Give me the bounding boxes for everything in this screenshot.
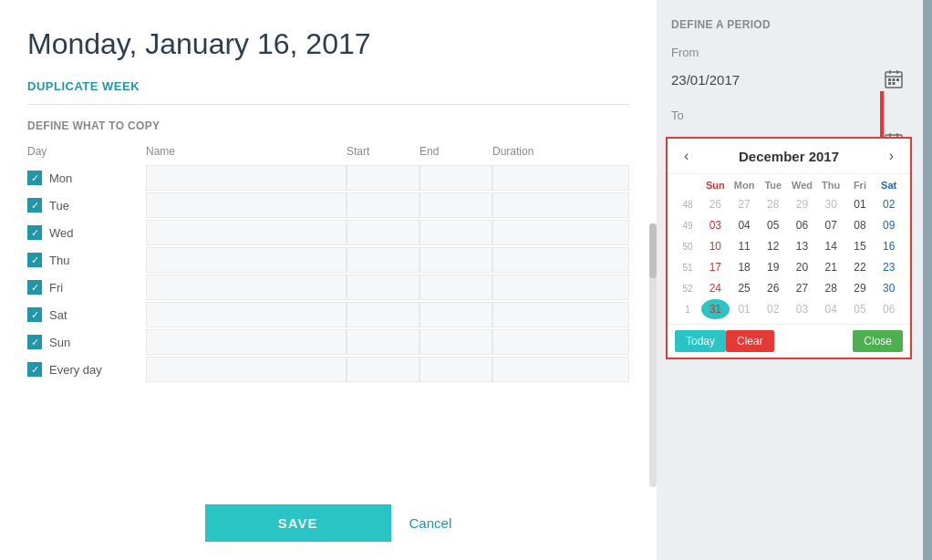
cal-day-w0d6[interactable]: 02 xyxy=(875,194,903,214)
checkbox-wed[interactable] xyxy=(27,225,42,240)
cal-day-w3d2[interactable]: 19 xyxy=(759,257,787,277)
cal-day-w2d6[interactable]: 16 xyxy=(875,236,903,256)
duration-input-fri[interactable] xyxy=(492,275,629,300)
end-input-mon[interactable] xyxy=(419,165,492,191)
cal-day-w2d2[interactable]: 12 xyxy=(759,236,787,256)
checkbox-everyday[interactable] xyxy=(27,362,42,377)
cal-day-w2d0[interactable]: 10 xyxy=(701,236,730,256)
svg-rect-6 xyxy=(888,78,891,81)
cal-day-w1d4[interactable]: 07 xyxy=(817,215,845,235)
end-input-everyday[interactable] xyxy=(419,357,492,382)
cal-day-w4d1[interactable]: 25 xyxy=(730,278,759,298)
cal-day-w2d5[interactable]: 15 xyxy=(846,236,875,256)
end-input-wed[interactable] xyxy=(419,220,492,245)
name-input-thu[interactable] xyxy=(146,247,347,273)
scroll-thumb[interactable] xyxy=(649,223,657,278)
cal-day-w5d6[interactable]: 06 xyxy=(875,299,903,319)
checkbox-thu[interactable] xyxy=(27,253,42,267)
cal-day-w4d6[interactable]: 30 xyxy=(875,278,903,298)
cal-day-w0d2[interactable]: 28 xyxy=(759,194,787,214)
name-input-sat[interactable] xyxy=(146,302,347,327)
cal-day-w0d1[interactable]: 27 xyxy=(730,194,759,214)
end-input-sat[interactable] xyxy=(419,302,492,327)
cal-day-w1d2[interactable]: 05 xyxy=(759,215,787,235)
cal-day-w4d3[interactable]: 27 xyxy=(788,278,816,298)
week-num-0: 48 xyxy=(675,194,700,214)
cal-day-w4d0[interactable]: 24 xyxy=(701,278,730,298)
cal-day-w1d1[interactable]: 04 xyxy=(730,215,759,235)
cal-day-w2d3[interactable]: 13 xyxy=(788,236,816,256)
cal-day-w0d3[interactable]: 29 xyxy=(788,194,816,214)
duration-input-thu[interactable] xyxy=(492,247,629,273)
duration-input-sat[interactable] xyxy=(492,302,629,327)
cal-day-w5d3[interactable]: 03 xyxy=(788,299,816,319)
from-calendar-icon[interactable] xyxy=(879,65,908,94)
duration-input-tue[interactable] xyxy=(492,192,629,218)
save-button[interactable]: SAVE xyxy=(205,504,391,542)
start-input-everyday[interactable] xyxy=(347,357,419,382)
cal-day-w3d6[interactable]: 23 xyxy=(875,257,903,277)
calendar-close-button[interactable]: Close xyxy=(853,330,903,352)
duration-input-sun[interactable] xyxy=(492,329,629,355)
name-input-everyday[interactable] xyxy=(146,357,347,382)
checkbox-sat[interactable] xyxy=(27,307,42,322)
cal-day-w5d2[interactable]: 02 xyxy=(759,299,787,319)
cal-day-w5d0[interactable]: 31 xyxy=(701,299,730,319)
checkbox-tue[interactable] xyxy=(27,198,42,213)
checkbox-mon[interactable] xyxy=(27,171,42,185)
cal-day-w5d1[interactable]: 01 xyxy=(730,299,759,319)
name-input-fri[interactable] xyxy=(146,275,347,300)
svg-rect-9 xyxy=(888,82,891,85)
start-input-fri[interactable] xyxy=(347,275,419,300)
end-input-fri[interactable] xyxy=(419,275,492,300)
cal-day-w2d4[interactable]: 14 xyxy=(817,236,845,256)
cal-day-w4d5[interactable]: 29 xyxy=(846,278,875,298)
cal-day-w4d4[interactable]: 28 xyxy=(817,278,845,298)
cal-day-w1d0[interactable]: 03 xyxy=(701,215,730,235)
name-input-sun[interactable] xyxy=(146,329,347,355)
duration-input-wed[interactable] xyxy=(492,220,629,245)
duration-input-mon[interactable] xyxy=(492,165,629,191)
right-panel: DEFINE A PERIOD From 23/01/2017 To xyxy=(657,0,923,560)
duration-input-everyday[interactable] xyxy=(492,357,629,382)
cal-day-w2d1[interactable]: 11 xyxy=(730,236,759,256)
day-row-tue: Tue xyxy=(27,192,629,218)
name-input-mon[interactable] xyxy=(146,165,347,191)
start-input-sun[interactable] xyxy=(347,329,419,355)
start-input-thu[interactable] xyxy=(347,247,419,273)
name-input-tue[interactable] xyxy=(146,192,347,218)
start-input-wed[interactable] xyxy=(347,220,419,245)
calendar-clear-button[interactable]: Clear xyxy=(726,330,774,352)
end-input-thu[interactable] xyxy=(419,247,492,273)
cal-day-w3d5[interactable]: 22 xyxy=(846,257,875,277)
start-input-tue[interactable] xyxy=(347,192,419,218)
cal-day-w1d5[interactable]: 08 xyxy=(846,215,875,235)
start-input-mon[interactable] xyxy=(347,165,419,191)
cal-day-w5d5[interactable]: 05 xyxy=(846,299,875,319)
checkbox-fri[interactable] xyxy=(27,280,42,295)
cal-day-w3d4[interactable]: 21 xyxy=(817,257,845,277)
start-input-sat[interactable] xyxy=(347,302,419,327)
cal-day-w3d3[interactable]: 20 xyxy=(788,257,816,277)
cal-day-w0d5[interactable]: 01 xyxy=(846,194,875,214)
checkbox-sun[interactable] xyxy=(27,335,42,349)
cal-day-w1d6[interactable]: 09 xyxy=(875,215,903,235)
cal-day-w4d2[interactable]: 26 xyxy=(759,278,787,298)
cal-day-w0d0[interactable]: 26 xyxy=(701,194,730,214)
end-input-sun[interactable] xyxy=(419,329,492,355)
calendar-prev-button[interactable]: ‹ xyxy=(678,146,694,166)
name-input-wed[interactable] xyxy=(146,220,347,245)
cal-day-w1d3[interactable]: 06 xyxy=(788,215,816,235)
svg-rect-7 xyxy=(893,78,896,81)
cal-day-w3d0[interactable]: 17 xyxy=(701,257,730,277)
cal-day-w5d4[interactable]: 04 xyxy=(817,299,845,319)
day-label-thu: Thu xyxy=(49,254,69,267)
calendar-today-button[interactable]: Today xyxy=(675,330,726,352)
cancel-link[interactable]: Cancel xyxy=(409,515,452,531)
calendar-footer: Today Clear Close xyxy=(668,324,910,358)
cal-day-w3d1[interactable]: 18 xyxy=(730,257,759,277)
scrollbar[interactable] xyxy=(649,223,657,487)
end-input-tue[interactable] xyxy=(419,192,492,218)
calendar-next-button[interactable]: › xyxy=(884,146,899,166)
cal-day-w0d4[interactable]: 30 xyxy=(817,194,845,214)
